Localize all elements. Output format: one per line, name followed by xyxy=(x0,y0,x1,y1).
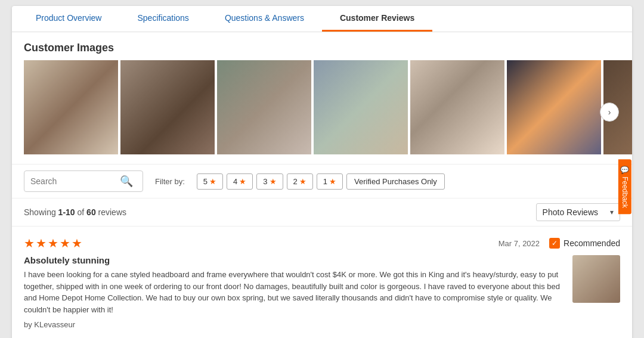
search-icon: 🔍 xyxy=(120,175,133,187)
filter-row: 🔍 Filter by: 5 ★ 4 ★ 3 ★ 2 ★ 1 ★ xyxy=(12,164,632,198)
review-date: Mar 7, 2022 xyxy=(499,239,540,248)
feedback-icon: 💬 xyxy=(621,165,630,173)
star-5: ★ xyxy=(72,236,82,250)
review-title: Absolutely stunning xyxy=(24,255,563,265)
filter-2-label: 2 xyxy=(293,177,298,186)
search-box: 🔍 xyxy=(24,170,143,192)
star-4: ★ xyxy=(60,236,70,250)
review-header: ★ ★ ★ ★ ★ Mar 7, 2022 ✓ Recommended xyxy=(24,236,620,250)
customer-image-4[interactable] xyxy=(314,60,408,154)
showing-prefix: Showing xyxy=(24,207,58,217)
filter-buttons: 5 ★ 4 ★ 3 ★ 2 ★ 1 ★ Verified Purchases O… xyxy=(197,173,445,190)
review-body: I have been looking for a cane styled he… xyxy=(24,269,563,315)
results-row: Showing 1-10 of 60 reviews Photo Reviews… xyxy=(12,198,632,226)
review-stars: ★ ★ ★ ★ ★ xyxy=(24,236,82,250)
checkmark-icon: ✓ xyxy=(549,238,560,249)
filter-1star-icon: ★ xyxy=(329,177,336,186)
results-range: 1-10 xyxy=(58,207,75,217)
photo-reviews-label: Photo Reviews xyxy=(543,207,598,217)
recommended-badge: ✓ Recommended xyxy=(549,238,620,249)
recommended-label: Recommended xyxy=(564,238,620,248)
reviewer-name: by KLevasseur xyxy=(24,320,563,329)
filter-5star-icon: ★ xyxy=(209,177,216,186)
customer-image-2[interactable] xyxy=(120,60,215,154)
filter-4star-icon: ★ xyxy=(239,177,246,186)
nav-tabs: Product Overview Specifications Question… xyxy=(12,6,632,32)
filter-3-label: 3 xyxy=(263,177,267,186)
results-count: 60 xyxy=(86,207,96,217)
filter-2star-icon: ★ xyxy=(299,177,306,186)
search-button[interactable]: 🔍 xyxy=(120,175,133,188)
photo-reviews-dropdown[interactable]: Photo Reviews ▾ xyxy=(536,203,620,221)
tab-product-overview[interactable]: Product Overview xyxy=(18,6,119,32)
customer-image-3[interactable] xyxy=(217,60,311,154)
tab-specifications[interactable]: Specifications xyxy=(119,6,206,32)
filter-verified-purchases[interactable]: Verified Purchases Only xyxy=(346,173,445,190)
images-next-arrow[interactable]: › xyxy=(600,103,619,122)
tab-questions-answers[interactable]: Questions & Answers xyxy=(207,6,322,32)
filter-label: Filter by: xyxy=(155,177,185,186)
star-3: ★ xyxy=(48,236,58,250)
filter-5star[interactable]: 5 ★ xyxy=(197,173,223,190)
filter-3star[interactable]: 3 ★ xyxy=(256,173,283,190)
filter-4-label: 4 xyxy=(233,177,237,186)
customer-image-6[interactable] xyxy=(507,60,601,154)
filter-5-label: 5 xyxy=(203,177,208,186)
results-text: Showing 1-10 of 60 reviews xyxy=(24,207,126,217)
review-text-block: Absolutely stunning I have been looking … xyxy=(24,255,563,336)
customer-image-1[interactable] xyxy=(24,60,118,154)
filter-1star[interactable]: 1 ★ xyxy=(317,173,343,190)
filter-4star[interactable]: 4 ★ xyxy=(227,173,253,190)
results-suffix: reviews xyxy=(98,207,126,217)
of-text: of xyxy=(78,207,87,217)
filter-2star[interactable]: 2 ★ xyxy=(287,173,313,190)
review-content: Absolutely stunning I have been looking … xyxy=(24,255,620,336)
review-container: ★ ★ ★ ★ ★ Mar 7, 2022 ✓ Recommended Abso… xyxy=(12,226,632,338)
filter-1-label: 1 xyxy=(323,177,327,186)
section-title: Customer Images xyxy=(12,32,632,60)
customer-image-5[interactable] xyxy=(410,60,504,154)
search-input[interactable] xyxy=(30,176,120,186)
review-meta: Mar 7, 2022 ✓ Recommended xyxy=(499,238,620,249)
images-row: › xyxy=(12,60,632,164)
star-2: ★ xyxy=(36,236,47,250)
feedback-tab[interactable]: 💬 Feedback xyxy=(618,159,631,214)
tab-customer-reviews[interactable]: Customer Reviews xyxy=(322,6,432,32)
star-1: ★ xyxy=(24,236,35,250)
filter-3star-icon: ★ xyxy=(270,177,277,186)
chevron-down-icon: ▾ xyxy=(610,208,614,216)
review-image-thumb[interactable] xyxy=(572,255,620,303)
feedback-label: Feedback xyxy=(621,176,629,208)
